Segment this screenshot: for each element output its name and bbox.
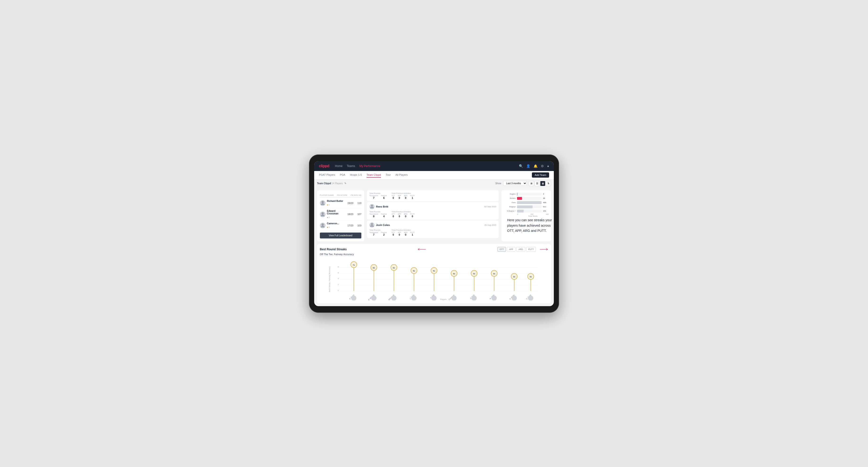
avatar (320, 200, 326, 206)
tournament-stat: Tournament 7 (369, 195, 378, 199)
x-tick-200: 200 (530, 214, 533, 215)
bar-fill-bogeys (517, 206, 533, 208)
arg-val: 0 (405, 233, 406, 236)
table-row[interactable]: Cameron... ♥ 3 17/20 103 (320, 221, 361, 231)
bell-icon[interactable]: 🔔 (533, 164, 537, 168)
table-row[interactable]: Edward Crossman ♥ 2 18/20 107 (320, 208, 361, 221)
tournament-val: 7 (373, 196, 374, 199)
rounds-stat-row: Tournament 8 Practice 4 (369, 213, 387, 218)
filter-buttons: OTT APP ARG PUTT (497, 247, 548, 252)
bar-chart-panel: Eagles 3 Birdies 96 (501, 190, 551, 241)
player-card-0: Total Rounds Tournament 7 Practice 6 (367, 190, 499, 201)
svg-text:3x: 3x (513, 276, 516, 278)
section-title: Best Round Streaks (320, 248, 347, 251)
sub-nav: PGAT Players PGA Hcaps 1-5 Team Clippd T… (314, 171, 554, 180)
arg-label: ARG (404, 213, 407, 215)
streak-svg: Best Streak, Fairway Accuracy 0 2 4 6 8 (320, 258, 548, 301)
player-info: Edward Crossman ♥ 2 (327, 210, 346, 219)
svg-text:3x: 3x (530, 276, 532, 278)
badge-icon-bronze: ♥ (327, 226, 328, 228)
card-view-btn[interactable]: ▦ (540, 181, 545, 186)
filter-ott[interactable]: OTT (497, 247, 506, 252)
player-score: 18/20 (347, 213, 353, 216)
nav-teams[interactable]: Teams (347, 163, 355, 168)
putt-label: PUTT (410, 195, 414, 196)
chart-x-axis: 0 200 400 (504, 214, 549, 215)
bar-label-dbogeys: D.Bogeys + (504, 210, 516, 212)
ott-stat: OTT 0 (392, 213, 395, 218)
avatar-icon[interactable]: ● (547, 164, 549, 168)
bar-row-pars: Pars 499 (504, 201, 549, 204)
subnav-pgat[interactable]: PGAT Players (319, 173, 335, 178)
app-label: APP (398, 231, 401, 233)
nav-my-performance[interactable]: My Performance (359, 163, 380, 168)
bar-fill-eagles (517, 193, 517, 195)
period-select[interactable]: Last 3 months (503, 181, 527, 186)
filter-view-btn[interactable]: ⇅ (546, 181, 551, 186)
putt-val: 0 (412, 215, 413, 218)
grid-view-btn[interactable]: ⊞ (529, 181, 534, 186)
filter-app[interactable]: APP (507, 247, 516, 252)
badge-number: 2 (329, 216, 330, 218)
add-team-button[interactable]: Add Team (532, 173, 549, 178)
card-stats: Total Rounds Tournament 7 Practice 2 (369, 229, 496, 236)
player-badge: ♥ 3 (327, 226, 330, 228)
avatar (320, 212, 326, 217)
tournament-label: Tournament (369, 231, 378, 233)
person-icon[interactable]: 👤 (526, 164, 530, 168)
subnav-team-clippd[interactable]: Team Clippd (367, 173, 381, 178)
total-rounds-group: Total Rounds Tournament 7 Practice 2 (369, 229, 387, 236)
bar-row-birdies: Birdies 96 (504, 197, 549, 200)
bar-label-birdies: Birdies (504, 197, 516, 199)
chart-subtitle: Off The Tee, Fairway Accuracy (320, 253, 548, 256)
svg-point-1 (321, 212, 324, 215)
edit-icon[interactable]: ✎ (344, 182, 346, 185)
filter-putt[interactable]: PUTT (526, 247, 536, 252)
card-player-name: Josh Coles (376, 224, 483, 226)
col-player-name: PLAYER NAME (320, 194, 334, 196)
view-toggle: ⊞ ☰ ▦ ⇅ (529, 181, 551, 186)
subnav-tour[interactable]: Tour (385, 173, 391, 178)
view-full-leaderboard-button[interactable]: View Full Leaderboard (320, 232, 361, 239)
bar-fill-birdies (517, 197, 522, 200)
svg-point-19 (351, 295, 356, 301)
search-icon[interactable]: 🔍 (519, 164, 523, 168)
svg-point-59 (512, 295, 517, 301)
nav-home[interactable]: Home (335, 163, 342, 168)
player-name: Richard Butler (327, 200, 346, 203)
total-rounds-group: Total Rounds Tournament 8 Practice 4 (369, 211, 387, 218)
card-header: Josh Coles 26 Aug 2023 (369, 222, 496, 228)
practice-activities-group: Total Practice Activities OTT 0 APP 0 (392, 229, 414, 236)
player-info: Cameron... ♥ 3 (327, 222, 346, 229)
arg-val: 0 (405, 196, 406, 199)
tournament-val: 8 (373, 215, 374, 218)
svg-point-3 (371, 205, 373, 207)
svg-point-24 (371, 295, 376, 301)
arrow-indicator-right (539, 247, 548, 252)
svg-text:2: 2 (338, 283, 339, 286)
subnav-pga[interactable]: PGA (340, 173, 345, 178)
show-label: Show (495, 182, 501, 185)
subnav-all-players[interactable]: All Players (396, 173, 408, 178)
rounds-stat-row: Tournament 7 Practice 2 (369, 231, 387, 236)
bar-container-bogeys (517, 206, 541, 208)
col-pb-score: PB SCORE (337, 194, 347, 196)
practice-activities-group: Total Practice Activities OTT 0 APP 0 (392, 211, 414, 218)
list-view-btn[interactable]: ☰ (534, 181, 540, 186)
settings-icon[interactable]: ⚙ (541, 164, 544, 168)
ott-label: OTT (392, 195, 395, 196)
player-name: Cameron... (327, 222, 346, 225)
arg-label: ARG (404, 195, 407, 196)
practice-stat: Practice 2 (381, 231, 387, 236)
controls-row: Team Clippd 14 Players ✎ Show Last 3 mon… (314, 180, 554, 187)
subnav-hcaps[interactable]: Hcaps 1-5 (350, 173, 362, 178)
ott-val: 0 (393, 233, 394, 236)
bar-label-eagles: Eagles (504, 193, 516, 195)
table-row[interactable]: Richard Butler ♥ 1 19/20 110 (320, 198, 361, 208)
filter-arg[interactable]: ARG (516, 247, 525, 252)
player-name: Edward Crossman (327, 210, 346, 215)
svg-text:4: 4 (338, 278, 339, 280)
practice-label: Practice (381, 231, 387, 233)
card-stats: Total Rounds Tournament 8 Practice 4 (369, 211, 496, 218)
card-stats: Total Rounds Tournament 7 Practice 6 (369, 192, 496, 199)
